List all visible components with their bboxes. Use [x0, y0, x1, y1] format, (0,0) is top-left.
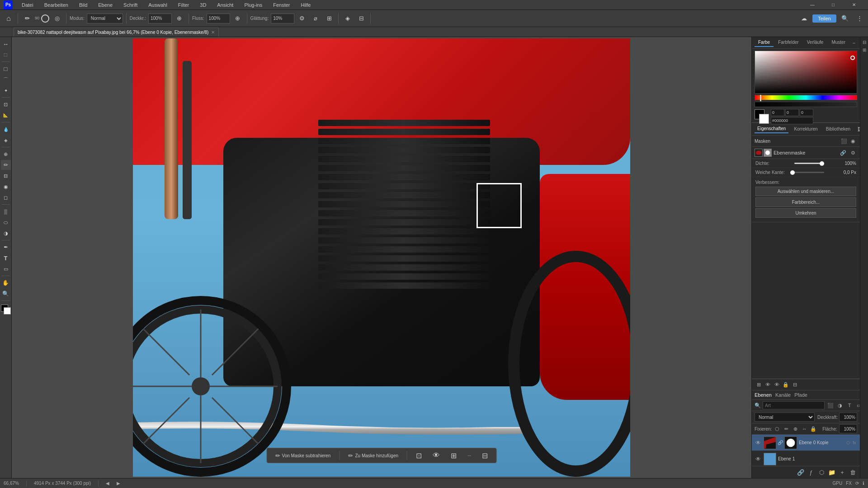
- thin-panel-btn-1[interactable]: ⊟: [861, 39, 868, 45]
- brush-options-btn[interactable]: [41, 14, 49, 23]
- angle-btn[interactable]: ⌀: [310, 13, 321, 24]
- new-layer-btn[interactable]: +: [838, 468, 847, 477]
- pixel-mask-icon[interactable]: ⬛: [840, 137, 848, 145]
- dichte-slider[interactable]: [794, 163, 824, 164]
- blend-mode-select[interactable]: Normal: [755, 413, 815, 422]
- kanale-tab[interactable]: Kanäle: [775, 392, 791, 398]
- menu-ebene[interactable]: Ebene: [96, 1, 114, 9]
- arrange-btn[interactable]: ⋮: [854, 13, 865, 24]
- mask-options-2[interactable]: 👁: [429, 450, 443, 461]
- red-input[interactable]: [771, 109, 784, 116]
- smooth-input[interactable]: [271, 14, 294, 23]
- blue-input[interactable]: [800, 109, 813, 116]
- lock-art-icon[interactable]: ⊕: [792, 425, 799, 432]
- mask-options-3[interactable]: ⊞: [447, 450, 460, 461]
- green-input[interactable]: [785, 109, 799, 116]
- mode-dropdown[interactable]: Normal: [87, 14, 123, 23]
- menu-fenster[interactable]: Fenster: [271, 1, 292, 9]
- eigenschaften-tab[interactable]: Eigenschaften: [755, 125, 788, 133]
- minimize-button[interactable]: —: [802, 0, 823, 10]
- add-mask-btn[interactable]: ✏ Zu Maske hinzufügen: [344, 451, 402, 460]
- thin-panel-btn-2[interactable]: ⊞: [861, 47, 868, 53]
- layer-item-1[interactable]: 👁 Ebene 1: [752, 451, 860, 466]
- eraser-tool-btn[interactable]: ◻: [1, 192, 11, 202]
- menu-3d[interactable]: 3D: [198, 1, 208, 9]
- panel-collapse-btn[interactable]: −: [850, 39, 858, 47]
- link-layers-btn[interactable]: 🔗: [796, 468, 805, 477]
- document-tab[interactable]: bike-3073082 nattapol deejitwasın auf Pi…: [14, 28, 219, 37]
- pressure-flow-btn[interactable]: ⊕: [232, 13, 244, 24]
- share-button[interactable]: Teilen: [812, 14, 836, 23]
- close-button[interactable]: ✕: [844, 0, 864, 10]
- masken-tab[interactable]: Masken: [755, 139, 770, 144]
- extra-btn-2[interactable]: ⊟: [355, 13, 367, 24]
- brush-tool-left-btn[interactable]: ✏: [1, 160, 11, 170]
- props-panel-icon-img[interactable]: 🖼: [856, 125, 860, 133]
- filter-pixel-icon[interactable]: ⬛: [826, 401, 835, 409]
- bg-color-box[interactable]: [759, 114, 769, 124]
- marquee-tool-btn[interactable]: □: [1, 64, 11, 74]
- tab-close-btn[interactable]: ✕: [211, 30, 215, 35]
- eyedrop-tool-btn[interactable]: 💧: [1, 124, 11, 134]
- status-nav-left[interactable]: ◀: [106, 481, 109, 486]
- delete-layer-btn[interactable]: 🗑: [848, 468, 857, 477]
- crop-tool-btn[interactable]: ⊡: [1, 99, 11, 109]
- lock-paint-icon[interactable]: ✏: [783, 425, 790, 432]
- opacity-input[interactable]: [148, 14, 172, 23]
- mask-options-more[interactable]: ···: [464, 452, 475, 460]
- hand-tool-btn[interactable]: ✋: [1, 278, 11, 288]
- colorrange-tool-btn[interactable]: ◈: [1, 135, 11, 145]
- mask-options-settings[interactable]: ⊟: [478, 450, 491, 461]
- artboard-tool-btn[interactable]: ⬚: [1, 50, 11, 60]
- heal-tool-btn[interactable]: ⊕: [1, 149, 11, 159]
- layer-eye2-icon[interactable]: 👁: [773, 380, 781, 389]
- maximize-button[interactable]: □: [823, 0, 844, 10]
- menu-auswahl[interactable]: Auswahl: [146, 1, 169, 9]
- color-gradient-picker[interactable]: [755, 51, 857, 94]
- extra-btn-1[interactable]: ◈: [342, 13, 354, 24]
- vector-mask-icon[interactable]: ◉: [849, 137, 857, 145]
- menu-bild[interactable]: Bild: [77, 1, 89, 9]
- shape-tool-btn[interactable]: ▭: [1, 264, 11, 274]
- move-tool-btn[interactable]: ↔: [1, 39, 11, 49]
- layer-vis-1[interactable]: 👁: [755, 455, 762, 463]
- brush-hardness-btn[interactable]: ◎: [51, 13, 63, 24]
- flow-input[interactable]: [207, 14, 230, 23]
- history-tool-btn[interactable]: ◉: [1, 182, 11, 192]
- umkehren-btn[interactable]: Umkehren: [755, 208, 856, 218]
- subtract-mask-btn[interactable]: ✏ Von Maske subtrahieren: [272, 451, 335, 460]
- add-mask-action-btn[interactable]: ⬡: [817, 468, 826, 477]
- mask-link-btn[interactable]: 🔗: [839, 149, 847, 157]
- verlaufe-tab[interactable]: Verläufe: [803, 38, 827, 47]
- measure-tool-btn[interactable]: 📐: [1, 110, 11, 120]
- smooth-settings-btn[interactable]: ⚙: [296, 13, 308, 24]
- filter-text-icon[interactable]: T: [845, 401, 854, 409]
- lock-move-icon[interactable]: ↔: [801, 425, 808, 432]
- mask-options-1[interactable]: ⊡: [412, 450, 425, 461]
- new-group-btn[interactable]: 📁: [827, 468, 836, 477]
- korrekturen-tab[interactable]: Korrekturen: [791, 125, 820, 133]
- filter-shape-icon[interactable]: ▭: [855, 401, 860, 409]
- farbbereich-btn[interactable]: Farbbereich...: [755, 197, 856, 207]
- lock-all-icon[interactable]: 🔒: [810, 425, 817, 432]
- share-cloud-btn[interactable]: ☁: [798, 13, 810, 24]
- lock-transparent-icon[interactable]: ⬡: [774, 425, 781, 432]
- farbfelder-tab[interactable]: Farbfelder: [774, 38, 802, 47]
- lasso-tool-btn[interactable]: ⌒: [1, 75, 11, 84]
- layer-grid-icon[interactable]: ⊞: [755, 380, 763, 389]
- search-btn[interactable]: 🔍: [839, 13, 851, 24]
- menu-hilfe[interactable]: Hilfe: [299, 1, 312, 9]
- quick-select-tool-btn[interactable]: ✦: [1, 85, 11, 95]
- layer-eye-icon[interactable]: 👁: [764, 380, 772, 389]
- muster-tab[interactable]: Muster: [828, 38, 849, 47]
- mask-settings-btn[interactable]: ⚙: [849, 149, 857, 157]
- clone-tool-btn[interactable]: ⊟: [1, 171, 11, 181]
- corrections-btn[interactable]: FX: [846, 481, 852, 486]
- pressure-opacity-btn[interactable]: ⊕: [174, 13, 185, 24]
- layer-vis-0[interactable]: 👁: [755, 439, 762, 446]
- menu-bearbeiten[interactable]: Bearbeiten: [42, 1, 70, 9]
- menu-datei[interactable]: Datei: [20, 1, 35, 9]
- blur-tool-btn[interactable]: ⬭: [1, 217, 11, 227]
- status-nav-right[interactable]: ▶: [117, 481, 120, 486]
- zoom-tool-btn[interactable]: 🔍: [1, 289, 11, 299]
